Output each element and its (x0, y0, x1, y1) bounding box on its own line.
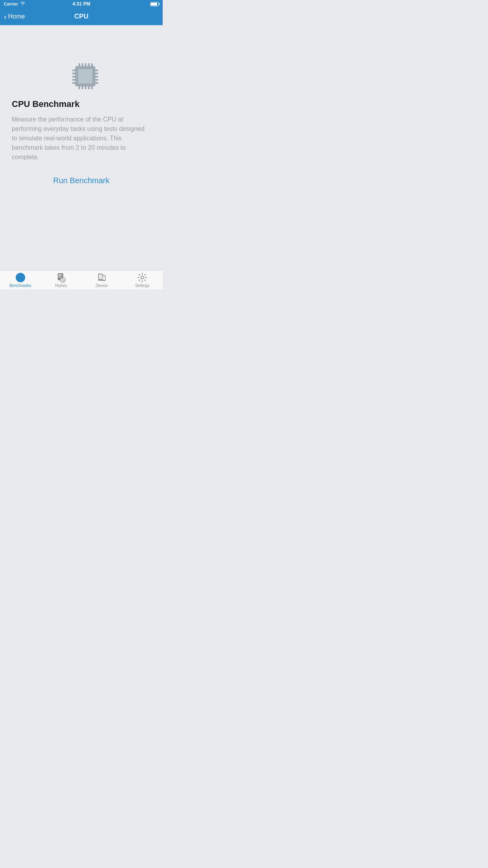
wifi-icon (20, 2, 26, 6)
svg-rect-25 (59, 274, 62, 275)
back-label: Home (8, 13, 25, 20)
svg-rect-18 (95, 73, 98, 74)
svg-rect-13 (72, 73, 75, 74)
svg-rect-4 (85, 63, 86, 66)
svg-point-35 (104, 280, 104, 280)
tab-settings[interactable]: Settings (122, 270, 163, 289)
cpu-chip-icon (66, 57, 97, 88)
svg-rect-31 (99, 274, 102, 279)
main-content: CPU Benchmark Measure the performance of… (0, 25, 163, 270)
run-benchmark-button[interactable]: Run Benchmark (53, 176, 109, 185)
device-tab-icon (97, 272, 107, 283)
svg-rect-21 (95, 82, 98, 84)
svg-point-32 (100, 280, 101, 280)
battery-icon (150, 2, 159, 6)
svg-rect-15 (72, 79, 75, 81)
svg-rect-1 (78, 69, 92, 83)
cpu-icon-container (66, 57, 97, 88)
carrier-label: Carrier (4, 2, 18, 6)
device-tab-label: Device (95, 283, 108, 288)
svg-rect-7 (79, 86, 80, 89)
status-time: 4:31 PM (72, 1, 90, 7)
svg-rect-17 (95, 70, 98, 71)
page-title: CPU (74, 13, 88, 20)
svg-rect-8 (82, 86, 83, 89)
svg-rect-26 (59, 276, 62, 276)
settings-tab-icon (137, 272, 147, 283)
svg-rect-6 (91, 63, 93, 66)
back-button[interactable]: ‹ Home (4, 13, 25, 20)
status-bar: Carrier 4:31 PM (0, 0, 163, 8)
svg-rect-27 (59, 277, 61, 278)
status-left: Carrier (4, 2, 26, 6)
svg-rect-12 (72, 70, 75, 71)
benchmarks-tab-icon (15, 272, 26, 283)
back-chevron-icon: ‹ (4, 13, 7, 20)
settings-tab-label: Settings (135, 283, 149, 288)
benchmarks-tab-label: Benchmarks (9, 283, 31, 288)
svg-rect-20 (95, 79, 98, 81)
svg-rect-3 (82, 63, 83, 66)
svg-rect-10 (88, 86, 90, 89)
history-tab-icon (56, 272, 66, 283)
tab-benchmarks[interactable]: Benchmarks (0, 270, 41, 289)
svg-rect-9 (85, 86, 86, 89)
tab-bar: Benchmarks History (0, 270, 163, 289)
status-right (150, 2, 159, 6)
nav-bar: ‹ Home CPU (0, 8, 163, 25)
tab-device[interactable]: Device (81, 270, 122, 289)
tab-history[interactable]: History (41, 270, 82, 289)
cpu-benchmark-description: Measure the performance of the CPU at pe… (12, 115, 151, 162)
svg-rect-11 (91, 86, 93, 89)
svg-rect-16 (72, 82, 75, 84)
svg-rect-34 (103, 276, 105, 280)
svg-rect-5 (88, 63, 90, 66)
svg-rect-14 (72, 76, 75, 77)
svg-point-36 (141, 276, 144, 279)
svg-rect-19 (95, 76, 98, 77)
cpu-benchmark-title: CPU Benchmark (12, 99, 79, 109)
svg-rect-2 (79, 63, 80, 66)
history-tab-label: History (55, 283, 67, 288)
